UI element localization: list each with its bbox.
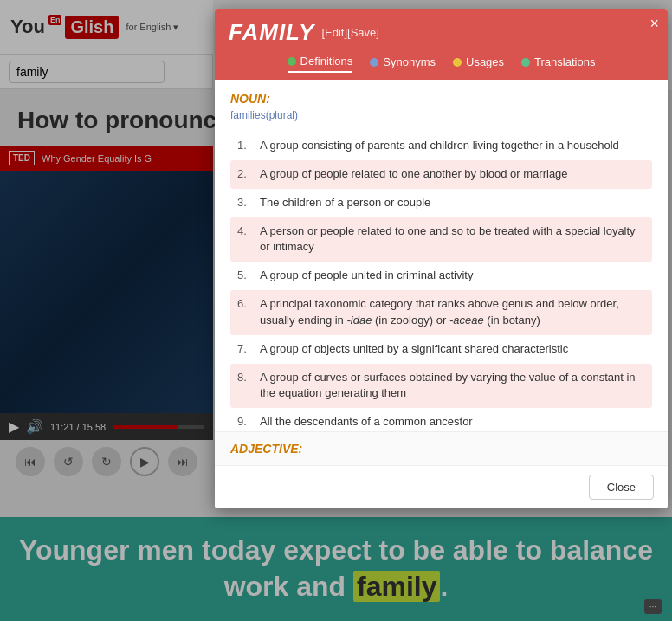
synonyms-tab-dot xyxy=(370,58,378,67)
def-text-5: A group of people united in criminal act… xyxy=(260,268,645,284)
modal-body: NOUN: families(plural) 1. A group consis… xyxy=(215,80,668,431)
def-text-7: A group of objects united by a significa… xyxy=(260,341,645,358)
definitions-tab-dot xyxy=(288,57,296,66)
def-text-2: A group of people related to one another… xyxy=(260,166,645,183)
def-num-1: 1. xyxy=(237,138,253,154)
noun-pos-label: NOUN: xyxy=(230,92,652,106)
def-num-7: 7. xyxy=(237,341,253,358)
def-text-6: A principal taxonomic category that rank… xyxy=(260,296,645,329)
definition-list: 1. A group consisting of parents and chi… xyxy=(230,132,652,431)
modal-footer: Close xyxy=(215,465,668,508)
adjective-pos-label: ADJECTIVE: xyxy=(230,442,302,456)
definition-item-1: 1. A group consisting of parents and chi… xyxy=(230,132,652,160)
def-text-9: All the descendants of a common ancestor xyxy=(260,414,645,430)
def-num-6: 6. xyxy=(237,296,253,329)
modal-title-row: FAMILY [Edit][Save] xyxy=(229,19,654,46)
tab-usages[interactable]: Usages xyxy=(453,55,504,73)
def-num-5: 5. xyxy=(237,268,253,284)
close-button[interactable]: Close xyxy=(589,475,654,500)
def-num-2: 2. xyxy=(237,166,253,183)
tab-synonyms[interactable]: Synonyms xyxy=(370,55,436,73)
definition-item-4: 4. A person or people related to one and… xyxy=(230,217,652,262)
modal-edit-button[interactable]: [Edit][Save] xyxy=(321,26,378,39)
definition-item-5: 5. A group of people united in criminal … xyxy=(230,262,652,290)
definition-item-9: 9. All the descendants of a common ances… xyxy=(230,408,652,431)
modal-header: × FAMILY [Edit][Save] Definitions Synony… xyxy=(215,9,668,80)
def-text-1: A group consisting of parents and childr… xyxy=(260,138,645,154)
def-text-3: The children of a person or couple xyxy=(260,195,645,211)
def-num-4: 4. xyxy=(237,223,253,256)
modal-overlay: × FAMILY [Edit][Save] Definitions Synony… xyxy=(0,0,672,621)
modal-word: FAMILY xyxy=(229,19,314,46)
def-num-3: 3. xyxy=(237,195,253,211)
definitions-modal: × FAMILY [Edit][Save] Definitions Synony… xyxy=(215,9,668,508)
def-text-4: A person or people related to one and so… xyxy=(260,223,645,256)
close-x-button[interactable]: × xyxy=(649,16,659,31)
plural-label: families(plural) xyxy=(230,109,652,121)
tab-translations[interactable]: Translations xyxy=(521,55,595,73)
def-num-8: 8. xyxy=(237,370,253,403)
definition-item-2: 2. A group of people related to one anot… xyxy=(230,160,652,189)
modal-tabs: Definitions Synonyms Usages Translations xyxy=(229,55,654,80)
adjective-preview: ADJECTIVE: xyxy=(215,431,668,465)
def-num-9: 9. xyxy=(237,414,253,430)
definition-item-3: 3. The children of a person or couple xyxy=(230,189,652,217)
tab-definitions[interactable]: Definitions xyxy=(288,55,353,73)
definition-item-8: 8. A group of curves or surfaces obtaine… xyxy=(230,364,652,409)
def-text-8: A group of curves or surfaces obtained b… xyxy=(260,370,645,403)
usages-tab-dot xyxy=(453,58,462,67)
definition-item-7: 7. A group of objects united by a signif… xyxy=(230,335,652,364)
definition-item-6: 6. A principal taxonomic category that r… xyxy=(230,290,652,335)
translations-tab-dot xyxy=(521,58,530,67)
